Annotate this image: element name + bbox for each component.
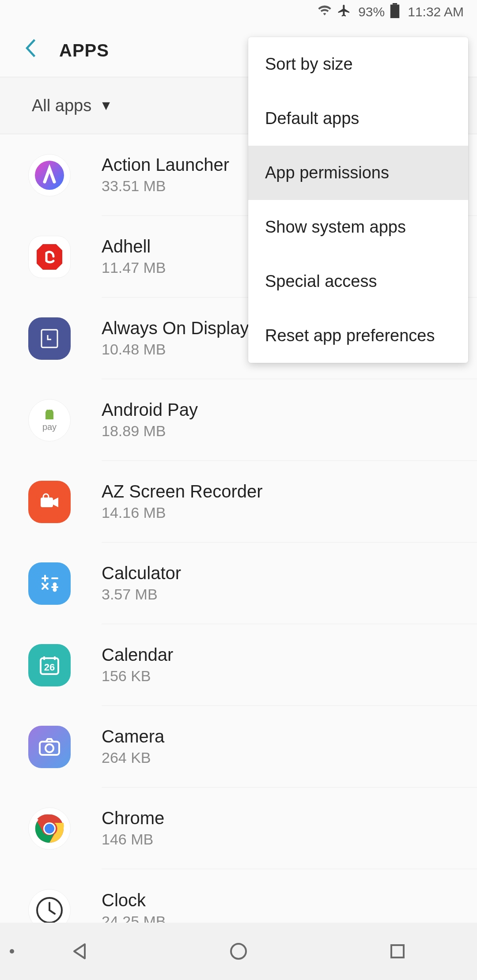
android-pay-icon: pay	[28, 399, 71, 441]
app-row-chrome[interactable]: Chrome 146 MB	[0, 788, 477, 869]
svg-text:26: 26	[44, 662, 55, 673]
nav-recents-button[interactable]	[386, 940, 409, 962]
page-title: APPS	[59, 41, 109, 60]
app-size: 18.89 MB	[102, 422, 450, 440]
airplane-icon	[337, 4, 351, 21]
app-size: 146 MB	[102, 831, 450, 848]
chrome-icon	[28, 807, 71, 850]
adhell-icon	[28, 236, 71, 278]
filter-label: All apps	[32, 96, 91, 115]
menu-label: Sort by size	[265, 55, 353, 74]
chevron-down-icon: ▼	[99, 98, 113, 113]
battery-percentage: 93%	[358, 4, 385, 19]
status-time: 11:32 AM	[408, 4, 464, 19]
navigation-bar	[0, 923, 477, 980]
menu-label: Default apps	[265, 109, 359, 128]
svg-point-10	[54, 588, 56, 591]
svg-rect-4	[42, 330, 57, 347]
menu-item-show-system-apps[interactable]: Show system apps	[248, 200, 468, 254]
app-size: 14.16 MB	[102, 504, 450, 521]
camera-icon	[28, 726, 71, 768]
calendar-icon: 26	[28, 644, 71, 686]
app-size: 3.57 MB	[102, 586, 450, 603]
app-name: Camera	[102, 727, 450, 746]
az-recorder-icon	[28, 481, 71, 523]
nav-indicator-dot	[10, 949, 14, 954]
app-name: AZ Screen Recorder	[102, 482, 450, 501]
app-row-calculator[interactable]: Calculator 3.57 MB	[0, 543, 477, 624]
app-size: 156 KB	[102, 667, 450, 685]
menu-item-default-apps[interactable]: Default apps	[248, 91, 468, 146]
app-row-camera[interactable]: Camera 264 KB	[0, 706, 477, 788]
menu-item-special-access[interactable]: Special access	[248, 254, 468, 309]
app-name: Android Pay	[102, 400, 450, 420]
wifi-icon	[318, 4, 332, 21]
nav-back-button[interactable]	[68, 940, 91, 962]
app-name: Calendar	[102, 645, 450, 665]
back-icon[interactable]	[24, 38, 37, 62]
nav-home-button[interactable]	[227, 940, 250, 962]
app-row-calendar[interactable]: 26 Calendar 156 KB	[0, 624, 477, 706]
menu-item-app-permissions[interactable]: App permissions	[248, 146, 468, 200]
menu-label: Reset app preferences	[265, 326, 435, 345]
svg-rect-1	[393, 3, 397, 4]
app-row-android-pay[interactable]: pay Android Pay 18.89 MB	[0, 379, 477, 461]
app-name: Clock	[102, 890, 450, 910]
menu-label: App permissions	[265, 163, 389, 182]
app-name: Calculator	[102, 563, 450, 583]
svg-rect-0	[390, 4, 399, 18]
app-size: 264 KB	[102, 749, 450, 766]
menu-item-reset-app-preferences[interactable]: Reset app preferences	[248, 309, 468, 363]
calculator-icon	[28, 562, 71, 605]
svg-point-9	[54, 583, 56, 585]
status-bar: 93% 11:32 AM	[0, 0, 477, 24]
svg-point-14	[45, 744, 53, 752]
menu-label: Show system apps	[265, 218, 406, 237]
svg-point-17	[45, 824, 54, 833]
overflow-menu: Sort by size Default apps App permission…	[248, 37, 468, 363]
app-row-az-recorder[interactable]: AZ Screen Recorder 14.16 MB	[0, 461, 477, 543]
aod-icon	[28, 317, 71, 360]
battery-icon	[390, 3, 400, 21]
menu-item-sort-by-size[interactable]: Sort by size	[248, 37, 468, 91]
app-name: Chrome	[102, 808, 450, 828]
svg-rect-20	[391, 945, 404, 957]
menu-label: Special access	[265, 272, 377, 291]
action-launcher-icon	[28, 154, 71, 196]
svg-marker-3	[37, 244, 62, 270]
svg-point-19	[231, 944, 246, 959]
